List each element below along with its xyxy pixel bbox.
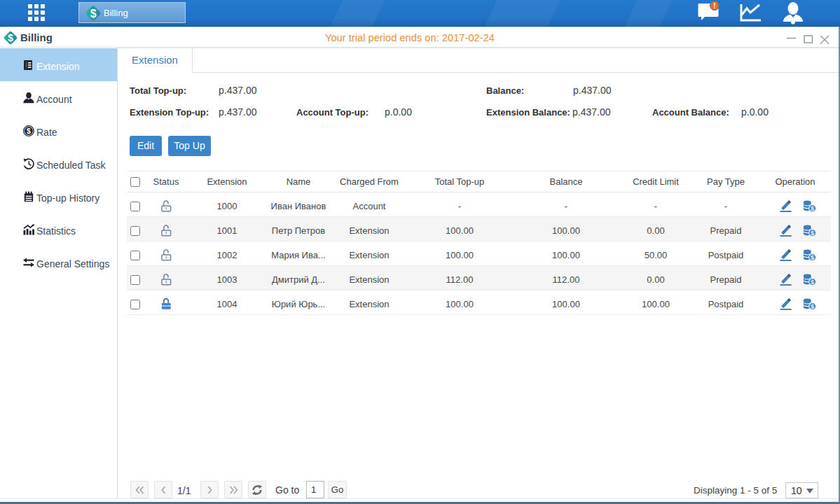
svg-text:$: $ (811, 302, 815, 310)
svg-text:!: ! (713, 2, 715, 10)
svg-text:$: $ (811, 204, 815, 212)
svg-text:$: $ (811, 253, 815, 261)
svg-text:$: $ (811, 229, 815, 237)
svg-text:$: $ (90, 8, 97, 20)
svg-text:$: $ (8, 32, 13, 43)
svg-text:$: $ (811, 278, 815, 286)
svg-text:$: $ (27, 127, 31, 135)
